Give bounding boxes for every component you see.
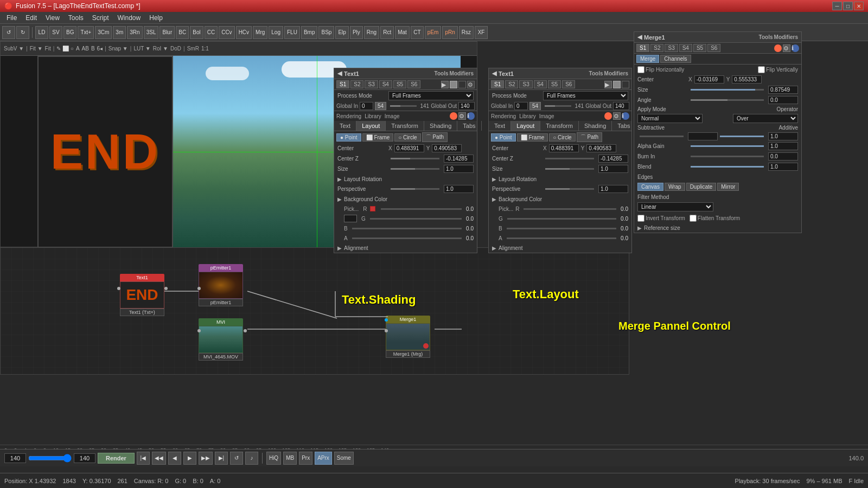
menu-edit[interactable]: Edit (21, 13, 41, 23)
toolbar-bmp[interactable]: Bmp (301, 26, 318, 39)
play-btn[interactable]: ▶ (183, 452, 196, 465)
global-in-input[interactable] (360, 102, 373, 110)
next-btn[interactable]: ▶▶ (199, 452, 213, 465)
blend-slider[interactable] (691, 166, 764, 168)
a-slider-r[interactable] (507, 237, 616, 239)
tools-tab[interactable]: Tools (435, 70, 449, 76)
global-out-input-r[interactable] (613, 102, 629, 110)
flip-v-checkbox[interactable] (758, 66, 765, 73)
r-slider[interactable] (381, 208, 462, 210)
merge-size-input[interactable] (768, 86, 798, 94)
merge-center-y[interactable] (732, 75, 762, 84)
global-out-input[interactable] (458, 102, 475, 110)
alpha-gain-input[interactable] (768, 142, 798, 150)
burn-in-input[interactable] (768, 152, 798, 160)
tabs-tab[interactable]: Tabs (457, 121, 481, 131)
merge-subtab-channels[interactable]: Channels (660, 55, 691, 63)
menu-view[interactable]: View (41, 13, 64, 23)
alignment-toggle-r[interactable]: ▶ (492, 245, 496, 251)
toolbar-bg[interactable]: BG (63, 26, 76, 39)
size-slider[interactable] (391, 168, 439, 170)
point-btn[interactable]: ● Point (336, 133, 361, 142)
s4-tab-r[interactable]: S4 (534, 80, 547, 88)
maximize-button[interactable]: □ (843, 2, 853, 10)
s3-tab[interactable]: S3 (365, 80, 378, 88)
r-slider-r[interactable] (524, 208, 616, 210)
s5-tab-r[interactable]: S5 (548, 80, 561, 88)
shading-tab-r[interactable]: Shading (579, 121, 612, 131)
prev-btn[interactable]: ◀ (168, 452, 181, 465)
toolbar-elp[interactable]: Elp (335, 26, 348, 39)
aprx-btn[interactable]: APrx (315, 452, 332, 465)
merge-collapse-icon[interactable]: ◀ (637, 34, 642, 41)
alpha-gain-slider[interactable] (691, 145, 764, 147)
s3-tab-r[interactable]: S3 (519, 80, 532, 88)
size-input-r[interactable] (598, 165, 628, 173)
toolbar-ccv[interactable]: CCv (219, 26, 234, 39)
panel-icon-white-r[interactable] (613, 81, 621, 88)
toolbar-flu[interactable]: FLU (284, 26, 300, 39)
center-z-input[interactable] (444, 155, 474, 163)
g-slider-r[interactable] (507, 218, 616, 220)
hiq-btn[interactable]: HiQ (266, 452, 281, 465)
wrap-btn[interactable]: Wrap (665, 183, 685, 191)
size-slider-r[interactable] (545, 168, 594, 170)
s5-tab[interactable]: S5 (393, 80, 406, 88)
perspective-slider[interactable] (391, 188, 439, 190)
merge-s3-tab[interactable]: S3 (665, 44, 678, 52)
panel-icon-arrow[interactable]: ▶ (441, 81, 449, 88)
s4-tab[interactable]: S4 (379, 80, 392, 88)
b-slider[interactable] (352, 228, 462, 229)
toolbar-sv[interactable]: SV (49, 26, 62, 39)
toolbar-ld[interactable]: LD (35, 26, 48, 39)
toolbar-ply[interactable]: Ply (350, 26, 363, 39)
mirror-btn[interactable]: Mirror (717, 183, 739, 191)
point-btn-r[interactable]: ● Point (491, 133, 516, 142)
path-btn[interactable]: ⌒ Path (422, 132, 448, 142)
center-x-input-r[interactable] (549, 144, 579, 152)
additive-slider[interactable] (720, 136, 764, 137)
perspective-input-r[interactable] (598, 185, 628, 193)
merge-info-icon[interactable]: ℹ (792, 44, 799, 52)
panel-icon-white[interactable] (450, 81, 457, 88)
some-btn[interactable]: Some (334, 452, 354, 465)
merge-s6-tab[interactable]: S6 (707, 44, 720, 52)
merge-s4-tab[interactable]: S4 (679, 44, 692, 52)
process-mode-select[interactable]: Full Frames (388, 91, 474, 100)
g-slider[interactable] (370, 218, 462, 220)
mb-btn[interactable]: MB (283, 452, 297, 465)
merge-gear-icon[interactable]: ⚙ (783, 44, 790, 52)
panel-icon-arrow-r[interactable]: ▶ (604, 81, 612, 88)
text-tab-r[interactable]: Text (489, 121, 511, 131)
merge-center-x[interactable] (694, 75, 724, 84)
filter-method-select[interactable]: Linear (637, 202, 713, 211)
text1-node[interactable]: Text1 END Text1 (Txt+) (120, 274, 164, 316)
pemitter-node[interactable]: pEmitter1 pEmitter1 (199, 264, 243, 306)
center-z-input-r[interactable] (598, 155, 628, 163)
layout-tab-r[interactable]: Layout (511, 121, 540, 131)
audio-btn[interactable]: ♪ (245, 452, 258, 465)
goto-start-btn[interactable]: |◀ (137, 452, 150, 465)
layout-rotation-toggle[interactable]: ▶ (337, 176, 342, 182)
menu-window[interactable]: Window (113, 13, 145, 23)
process-mode-select-r[interactable]: Full Frames (543, 91, 628, 100)
toolbar-3cm[interactable]: 3Cm (95, 26, 112, 39)
panel-icon-dark[interactable] (458, 81, 466, 88)
s1-tab-r[interactable]: S1 (491, 80, 504, 88)
merge-angle-slider[interactable] (691, 99, 764, 101)
invert-transform-checkbox[interactable] (637, 215, 644, 222)
toolbar-mat[interactable]: Mat (395, 26, 410, 39)
reference-size-toggle[interactable]: ▶ (637, 225, 642, 231)
timeline-slider-r[interactable] (545, 105, 571, 107)
center-y-input[interactable] (432, 144, 462, 152)
path-btn-r[interactable]: ⌒ Path (577, 132, 602, 142)
invert-transform-label[interactable]: Invert Transform (637, 215, 685, 222)
prev-frame-btn[interactable]: ◀◀ (152, 452, 166, 465)
toolbar-3m[interactable]: 3m (113, 26, 126, 39)
s2-tab[interactable]: S2 (350, 80, 363, 88)
color-btn1-r[interactable] (604, 112, 612, 120)
toolbar-icon-btn2[interactable]: ↻ (16, 26, 29, 39)
titlebar-controls[interactable]: ─ □ ✕ (832, 2, 864, 10)
toolbar-log[interactable]: Log (269, 26, 283, 39)
toolbar-icon-btn[interactable]: ↺ (2, 26, 15, 39)
